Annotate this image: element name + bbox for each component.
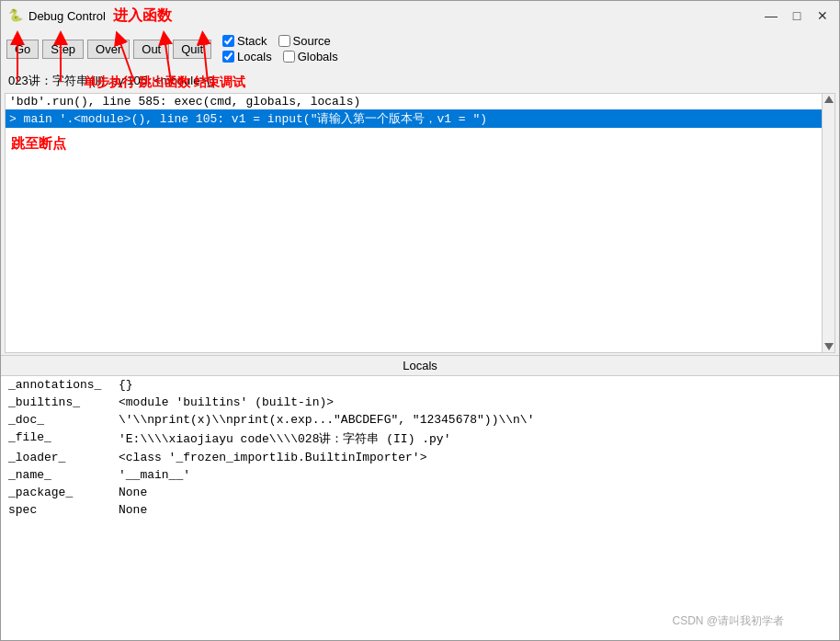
over-button[interactable]: Over xyxy=(87,40,130,59)
stack-checkbox[interactable] xyxy=(222,35,234,47)
scroll-up-arrow[interactable] xyxy=(824,96,834,103)
stack-label: Stack xyxy=(237,34,267,48)
go-button[interactable]: Go xyxy=(6,40,39,59)
debug-line-2-text: main '.<module>(), line 105: v1 = input(… xyxy=(24,112,487,126)
locals-row-loader: _loader_ <class '_frozen_importlib.Built… xyxy=(1,449,839,466)
checkbox-group: Stack Source Locals xyxy=(222,34,338,63)
debug-area-wrapper: 'bdb'.run(), line 585: exec(cmd, globals… xyxy=(1,91,839,355)
window-title: Debug Control xyxy=(28,9,106,23)
quit-button[interactable]: Quit xyxy=(173,40,211,59)
locals-key-name: _name_ xyxy=(8,468,119,482)
locals-value-builtins: <module 'builtins' (built-in)> xyxy=(119,395,832,409)
step-annotation: 单步执行 跳出函数 结束调试 xyxy=(84,74,245,91)
window-content: Go Step Over Out Quit Stack Source xyxy=(1,30,839,640)
csdn-watermark: CSDN @请叫我初学者 xyxy=(672,613,784,629)
locals-value-file: 'E:\\\\xiaojiayu code\\\\028讲：字符串 (II) .… xyxy=(119,430,832,447)
toolbar: Go Step Over Out Quit Stack Source xyxy=(1,30,839,67)
locals-row-annotations: _annotations_ {} xyxy=(1,376,839,394)
locals-row-spec: spec None xyxy=(1,501,839,519)
locals-key-file: _file_ xyxy=(8,430,119,447)
locals-table[interactable]: _annotations_ {} _builtins_ <module 'bui… xyxy=(1,376,839,640)
locals-value-loader: <class '_frozen_importlib.BuiltinImporte… xyxy=(119,451,832,464)
locals-value-name: '__main__' xyxy=(119,468,832,482)
locals-row-doc: _doc_ \'\\nprint(x)\\nprint(x.exp..."ABC… xyxy=(1,411,839,429)
globals-label: Globals xyxy=(298,50,338,63)
locals-row-name: _name_ '__main__' xyxy=(1,466,839,484)
title-annotation: 进入函数 xyxy=(113,6,172,26)
source-checkbox[interactable] xyxy=(278,35,290,47)
debug-line-2-marker: > xyxy=(9,112,24,126)
toolbar-annotations-row: 单步执行 跳出函数 结束调试 xyxy=(1,67,839,71)
minimize-button[interactable]: — xyxy=(762,6,780,25)
window-controls: — □ ✕ xyxy=(762,6,832,25)
toolbar-area: Go Step Over Out Quit Stack Source xyxy=(1,30,839,71)
close-button[interactable]: ✕ xyxy=(813,6,832,25)
stack-checkbox-label[interactable]: Stack xyxy=(222,34,267,48)
globals-checkbox[interactable] xyxy=(283,51,295,63)
locals-key-annotations: _annotations_ xyxy=(8,378,119,392)
globals-checkbox-label[interactable]: Globals xyxy=(283,50,338,63)
locals-value-annotations: {} xyxy=(119,378,832,392)
locals-row-file: _file_ 'E:\\\\xiaojiayu code\\\\028讲：字符串… xyxy=(1,429,839,449)
title-bar: 🐍 Debug Control 进入函数 — □ ✕ xyxy=(1,1,839,30)
out-button[interactable]: Out xyxy=(133,40,169,59)
locals-checkbox[interactable] xyxy=(222,51,234,63)
locals-key-builtins: _builtins_ xyxy=(8,395,119,409)
debug-output[interactable]: 'bdb'.run(), line 585: exec(cmd, globals… xyxy=(5,93,835,353)
window-icon: 🐍 xyxy=(8,8,23,23)
locals-row-builtins: _builtins_ <module 'builtins' (built-in)… xyxy=(1,394,839,411)
checkbox-row-2: Locals Globals xyxy=(222,50,338,63)
locals-key-spec: spec xyxy=(8,503,119,517)
locals-label: Locals xyxy=(237,50,272,63)
debug-control-window: 🐍 Debug Control 进入函数 — □ ✕ Go Step Over … xyxy=(0,0,840,641)
scroll-down-arrow[interactable] xyxy=(824,343,834,350)
jump-annotation: 跳至断点 xyxy=(6,128,834,160)
locals-key-package: _package_ xyxy=(8,486,119,499)
locals-value-doc: \'\\nprint(x)\\nprint(x.exp..."ABCDEFG",… xyxy=(119,413,832,427)
locals-row-package: _package_ None xyxy=(1,484,839,501)
locals-checkbox-label[interactable]: Locals xyxy=(222,50,272,63)
locals-key-loader: _loader_ xyxy=(8,451,119,464)
maximize-button[interactable]: □ xyxy=(788,6,806,25)
locals-value-package: None xyxy=(119,486,832,499)
debug-line-2: > main '.<module>(), line 105: v1 = inpu… xyxy=(6,109,834,128)
locals-header: Locals xyxy=(1,355,839,376)
locals-key-doc: _doc_ xyxy=(8,413,119,427)
debug-line-1-text: 'bdb'.run(), line 585: exec(cmd, globals… xyxy=(9,95,360,109)
debug-scrollbar[interactable] xyxy=(822,94,834,352)
debug-line-1: 'bdb'.run(), line 585: exec(cmd, globals… xyxy=(6,94,834,109)
source-label: Source xyxy=(293,34,331,48)
checkbox-row-1: Stack Source xyxy=(222,34,338,48)
locals-value-spec: None xyxy=(119,503,832,517)
source-checkbox-label[interactable]: Source xyxy=(278,34,331,48)
step-button[interactable]: Step xyxy=(42,40,84,59)
